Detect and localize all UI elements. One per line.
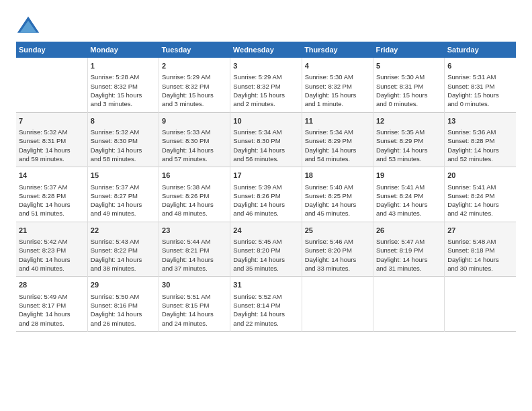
calendar-cell: 22Sunrise: 5:43 AM Sunset: 8:22 PM Dayli… xyxy=(87,222,159,277)
calendar-cell: 13Sunrise: 5:36 AM Sunset: 8:28 PM Dayli… xyxy=(445,112,516,167)
cell-info: Sunrise: 5:41 AM Sunset: 8:24 PM Dayligh… xyxy=(447,183,513,218)
calendar-cell: 20Sunrise: 5:41 AM Sunset: 8:24 PM Dayli… xyxy=(445,167,516,222)
calendar-cell: 27Sunrise: 5:48 AM Sunset: 8:18 PM Dayli… xyxy=(445,222,516,277)
cell-info: Sunrise: 5:31 AM Sunset: 8:31 PM Dayligh… xyxy=(447,73,513,108)
cell-info: Sunrise: 5:43 AM Sunset: 8:22 PM Dayligh… xyxy=(91,237,156,273)
cell-info: Sunrise: 5:44 AM Sunset: 8:21 PM Dayligh… xyxy=(162,237,227,273)
calendar-cell: 23Sunrise: 5:44 AM Sunset: 8:21 PM Dayli… xyxy=(159,222,230,277)
cell-info: Sunrise: 5:35 AM Sunset: 8:29 PM Dayligh… xyxy=(376,128,441,163)
calendar-header-row: SundayMondayTuesdayWednesdayThursdayFrid… xyxy=(16,42,516,58)
cell-info: Sunrise: 5:39 AM Sunset: 8:26 PM Dayligh… xyxy=(233,183,298,218)
day-number: 2 xyxy=(162,61,227,71)
day-number: 22 xyxy=(91,226,156,236)
day-number: 24 xyxy=(233,226,298,236)
column-header-wednesday: Wednesday xyxy=(230,42,302,58)
calendar-week-row: 7Sunrise: 5:32 AM Sunset: 8:31 PM Daylig… xyxy=(16,112,516,167)
day-number: 23 xyxy=(162,226,227,236)
day-number: 4 xyxy=(305,61,370,71)
cell-info: Sunrise: 5:41 AM Sunset: 8:24 PM Dayligh… xyxy=(376,183,441,218)
calendar-cell xyxy=(373,277,444,332)
calendar-cell: 31Sunrise: 5:52 AM Sunset: 8:14 PM Dayli… xyxy=(230,277,302,332)
calendar-cell: 10Sunrise: 5:34 AM Sunset: 8:30 PM Dayli… xyxy=(230,112,302,167)
day-number: 15 xyxy=(91,171,156,181)
cell-info: Sunrise: 5:51 AM Sunset: 8:15 PM Dayligh… xyxy=(162,292,227,328)
calendar-cell: 3Sunrise: 5:29 AM Sunset: 8:32 PM Daylig… xyxy=(230,58,302,112)
column-header-monday: Monday xyxy=(87,42,159,58)
calendar-cell: 24Sunrise: 5:45 AM Sunset: 8:20 PM Dayli… xyxy=(230,222,302,277)
calendar-cell xyxy=(16,58,87,112)
cell-info: Sunrise: 5:38 AM Sunset: 8:26 PM Dayligh… xyxy=(162,183,227,218)
calendar-cell xyxy=(445,277,516,332)
day-number: 8 xyxy=(91,116,156,126)
calendar-week-row: 14Sunrise: 5:37 AM Sunset: 8:28 PM Dayli… xyxy=(16,167,516,222)
day-number: 12 xyxy=(376,116,441,126)
day-number: 9 xyxy=(162,116,227,126)
day-number: 5 xyxy=(376,61,441,71)
day-number: 13 xyxy=(447,116,513,126)
calendar-cell: 29Sunrise: 5:50 AM Sunset: 8:16 PM Dayli… xyxy=(87,277,159,332)
calendar-cell: 9Sunrise: 5:33 AM Sunset: 8:30 PM Daylig… xyxy=(159,112,230,167)
calendar-table: SundayMondayTuesdayWednesdayThursdayFrid… xyxy=(16,42,516,332)
calendar-cell: 11Sunrise: 5:34 AM Sunset: 8:29 PM Dayli… xyxy=(302,112,373,167)
column-header-friday: Friday xyxy=(373,42,444,58)
calendar-cell: 4Sunrise: 5:30 AM Sunset: 8:32 PM Daylig… xyxy=(302,58,373,112)
cell-info: Sunrise: 5:37 AM Sunset: 8:27 PM Dayligh… xyxy=(91,183,156,218)
calendar-week-row: 28Sunrise: 5:49 AM Sunset: 8:17 PM Dayli… xyxy=(16,277,516,332)
cell-info: Sunrise: 5:32 AM Sunset: 8:30 PM Dayligh… xyxy=(91,128,156,163)
calendar-cell: 18Sunrise: 5:40 AM Sunset: 8:25 PM Dayli… xyxy=(302,167,373,222)
calendar-cell: 28Sunrise: 5:49 AM Sunset: 8:17 PM Dayli… xyxy=(16,277,87,332)
day-number: 20 xyxy=(447,171,513,181)
calendar-cell: 5Sunrise: 5:30 AM Sunset: 8:31 PM Daylig… xyxy=(373,58,444,112)
calendar-cell: 1Sunrise: 5:28 AM Sunset: 8:32 PM Daylig… xyxy=(87,58,159,112)
day-number: 26 xyxy=(376,226,441,236)
column-header-thursday: Thursday xyxy=(302,42,373,58)
cell-info: Sunrise: 5:52 AM Sunset: 8:14 PM Dayligh… xyxy=(233,292,298,328)
column-header-saturday: Saturday xyxy=(445,42,516,58)
column-header-sunday: Sunday xyxy=(16,42,87,58)
logo-icon xyxy=(16,13,40,38)
cell-info: Sunrise: 5:34 AM Sunset: 8:30 PM Dayligh… xyxy=(233,128,298,163)
cell-info: Sunrise: 5:29 AM Sunset: 8:32 PM Dayligh… xyxy=(233,73,298,108)
calendar-cell: 17Sunrise: 5:39 AM Sunset: 8:26 PM Dayli… xyxy=(230,167,302,222)
day-number: 29 xyxy=(91,280,156,290)
cell-info: Sunrise: 5:42 AM Sunset: 8:23 PM Dayligh… xyxy=(19,237,85,273)
calendar-cell: 30Sunrise: 5:51 AM Sunset: 8:15 PM Dayli… xyxy=(159,277,230,332)
cell-info: Sunrise: 5:45 AM Sunset: 8:20 PM Dayligh… xyxy=(233,237,298,273)
cell-info: Sunrise: 5:50 AM Sunset: 8:16 PM Dayligh… xyxy=(91,292,156,328)
calendar-cell: 26Sunrise: 5:47 AM Sunset: 8:19 PM Dayli… xyxy=(373,222,444,277)
day-number: 30 xyxy=(162,280,227,290)
day-number: 21 xyxy=(19,226,85,236)
calendar-cell: 25Sunrise: 5:46 AM Sunset: 8:20 PM Dayli… xyxy=(302,222,373,277)
day-number: 27 xyxy=(447,226,513,236)
cell-info: Sunrise: 5:49 AM Sunset: 8:17 PM Dayligh… xyxy=(19,292,85,328)
cell-info: Sunrise: 5:40 AM Sunset: 8:25 PM Dayligh… xyxy=(305,183,370,218)
calendar-cell: 19Sunrise: 5:41 AM Sunset: 8:24 PM Dayli… xyxy=(373,167,444,222)
calendar-week-row: 21Sunrise: 5:42 AM Sunset: 8:23 PM Dayli… xyxy=(16,222,516,277)
day-number: 10 xyxy=(233,116,298,126)
cell-info: Sunrise: 5:30 AM Sunset: 8:31 PM Dayligh… xyxy=(376,73,441,108)
calendar-cell: 6Sunrise: 5:31 AM Sunset: 8:31 PM Daylig… xyxy=(445,58,516,112)
cell-info: Sunrise: 5:33 AM Sunset: 8:30 PM Dayligh… xyxy=(162,128,227,163)
day-number: 14 xyxy=(19,171,85,181)
day-number: 17 xyxy=(233,171,298,181)
cell-info: Sunrise: 5:47 AM Sunset: 8:19 PM Dayligh… xyxy=(376,237,441,273)
calendar-cell: 21Sunrise: 5:42 AM Sunset: 8:23 PM Dayli… xyxy=(16,222,87,277)
day-number: 6 xyxy=(447,61,513,71)
cell-info: Sunrise: 5:37 AM Sunset: 8:28 PM Dayligh… xyxy=(19,183,85,218)
calendar-week-row: 1Sunrise: 5:28 AM Sunset: 8:32 PM Daylig… xyxy=(16,58,516,112)
cell-info: Sunrise: 5:32 AM Sunset: 8:31 PM Dayligh… xyxy=(19,128,85,163)
day-number: 25 xyxy=(305,226,370,236)
column-header-tuesday: Tuesday xyxy=(159,42,230,58)
cell-info: Sunrise: 5:34 AM Sunset: 8:29 PM Dayligh… xyxy=(305,128,370,163)
day-number: 19 xyxy=(376,171,441,181)
calendar-cell: 2Sunrise: 5:29 AM Sunset: 8:32 PM Daylig… xyxy=(159,58,230,112)
day-number: 7 xyxy=(19,116,85,126)
day-number: 1 xyxy=(91,61,156,71)
cell-info: Sunrise: 5:30 AM Sunset: 8:32 PM Dayligh… xyxy=(305,73,370,108)
calendar-cell: 15Sunrise: 5:37 AM Sunset: 8:27 PM Dayli… xyxy=(87,167,159,222)
day-number: 3 xyxy=(233,61,298,71)
calendar-cell: 12Sunrise: 5:35 AM Sunset: 8:29 PM Dayli… xyxy=(373,112,444,167)
day-number: 28 xyxy=(19,280,85,290)
cell-info: Sunrise: 5:48 AM Sunset: 8:18 PM Dayligh… xyxy=(447,237,513,273)
day-number: 11 xyxy=(305,116,370,126)
